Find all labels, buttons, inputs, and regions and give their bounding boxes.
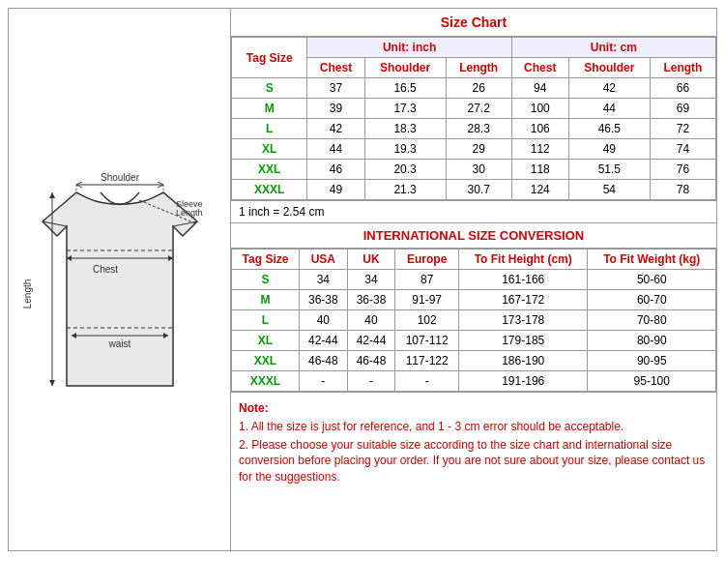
intl-value: 80-90 xyxy=(588,331,716,351)
size-inch-value: 44 xyxy=(307,139,364,160)
intl-conversion-row: M36-3836-3891-97167-17260-70 xyxy=(232,290,716,310)
waist-label: waist xyxy=(107,338,130,349)
intl-size-label: XXL xyxy=(232,351,300,371)
size-inch-value: 46 xyxy=(307,160,364,180)
size-inch-value: 16.5 xyxy=(364,78,446,99)
size-inch-value: 29 xyxy=(446,139,511,160)
size-label: XL xyxy=(232,139,307,160)
intl-value: 95-100 xyxy=(588,371,716,392)
intl-value: 42-44 xyxy=(300,331,348,351)
size-inch-value: 26 xyxy=(446,78,511,99)
col-cm-shoulder: Shoulder xyxy=(568,58,650,78)
svg-text:Length: Length xyxy=(176,208,203,218)
svg-marker-11 xyxy=(49,380,55,386)
size-label: M xyxy=(232,99,307,119)
note-section: Note: 1. All the size is just for refere… xyxy=(231,392,716,493)
intl-value: 50-60 xyxy=(588,270,716,290)
size-cm-value: 51.5 xyxy=(568,160,650,180)
size-label: S xyxy=(232,78,307,99)
intl-tag-size-header: Tag Size xyxy=(232,250,300,270)
intl-value: 60-70 xyxy=(588,290,716,310)
size-inch-value: 39 xyxy=(307,99,364,119)
size-inch-value: 17.3 xyxy=(364,99,446,119)
size-chart-row: XL4419.3291124974 xyxy=(232,139,716,160)
intl-value: 90-95 xyxy=(588,351,716,371)
size-cm-value: 69 xyxy=(650,99,715,119)
size-cm-value: 112 xyxy=(511,139,568,160)
intl-value: 179-185 xyxy=(458,331,588,351)
col-cm-chest: Chest xyxy=(511,58,568,78)
size-label: XXXL xyxy=(232,180,307,200)
size-cm-value: 94 xyxy=(511,78,568,99)
size-inch-value: 30.7 xyxy=(446,180,511,200)
intl-size-label: S xyxy=(232,270,300,290)
size-cm-value: 49 xyxy=(568,139,650,160)
tshirt-diagram: Shoulder Chest Length waist xyxy=(23,134,217,425)
unit-cm-header: Unit: cm xyxy=(511,38,715,58)
size-cm-value: 118 xyxy=(511,160,568,180)
intl-size-label: XXXL xyxy=(232,371,300,392)
size-label: L xyxy=(232,119,307,139)
intl-value: 40 xyxy=(347,310,395,331)
intl-value: 186-190 xyxy=(458,351,588,371)
intl-size-label: XL xyxy=(232,331,300,351)
intl-value: - xyxy=(395,371,459,392)
conversion-note: 1 inch = 2.54 cm xyxy=(231,200,716,223)
size-inch-value: 30 xyxy=(446,160,511,180)
chest-label: Chest xyxy=(92,264,117,275)
intl-value: - xyxy=(300,371,348,392)
size-cm-value: 100 xyxy=(511,99,568,119)
size-inch-value: 42 xyxy=(307,119,364,139)
tag-size-header: Tag Size xyxy=(232,38,307,78)
size-cm-value: 124 xyxy=(511,180,568,200)
intl-value: 46-48 xyxy=(300,351,348,371)
intl-size-label: L xyxy=(232,310,300,331)
note-line: 2. Please choose your suitable size acco… xyxy=(239,437,709,485)
table-panel: Size Chart Tag Size Unit: inch Unit: cm … xyxy=(231,9,716,550)
intl-value: 36-38 xyxy=(300,290,348,310)
intl-value: 36-38 xyxy=(347,290,395,310)
intl-value: 70-80 xyxy=(588,310,716,331)
intl-value: 34 xyxy=(347,270,395,290)
size-inch-value: 18.3 xyxy=(364,119,446,139)
size-inch-value: 27.2 xyxy=(446,99,511,119)
intl-conversion-row: XXL46-4846-48117-122186-19090-95 xyxy=(232,351,716,371)
size-inch-value: 21.3 xyxy=(364,180,446,200)
size-cm-value: 78 xyxy=(650,180,715,200)
shoulder-label: Shoulder xyxy=(100,172,139,183)
note-label: Note: xyxy=(239,401,269,415)
intl-size-label: M xyxy=(232,290,300,310)
intl-value: 87 xyxy=(395,270,459,290)
size-inch-value: 49 xyxy=(307,180,364,200)
diagram-panel: Shoulder Chest Length waist xyxy=(9,9,231,550)
size-inch-value: 19.3 xyxy=(364,139,446,160)
size-cm-value: 46.5 xyxy=(568,119,650,139)
size-cm-value: 74 xyxy=(650,139,715,160)
intl-conversion-row: L4040102173-17870-80 xyxy=(232,310,716,331)
intl-height-header: To Fit Height (cm) xyxy=(458,250,588,270)
svg-marker-10 xyxy=(49,192,55,198)
intl-value: 40 xyxy=(300,310,348,331)
intl-conversion-title: INTERNATIONAL SIZE CONVERSION xyxy=(231,223,716,249)
size-cm-value: 42 xyxy=(568,78,650,99)
size-chart-table: Tag Size Unit: inch Unit: cm Chest Shoul… xyxy=(231,37,716,200)
intl-conversion-row: XL42-4442-44107-112179-18580-90 xyxy=(232,331,716,351)
size-chart-row: M3917.327.21004469 xyxy=(232,99,716,119)
size-chart-row: XXL4620.33011851.576 xyxy=(232,160,716,180)
intl-value: 91-97 xyxy=(395,290,459,310)
intl-value: 117-122 xyxy=(395,351,459,371)
size-inch-value: 28.3 xyxy=(446,119,511,139)
col-inch-chest: Chest xyxy=(307,58,364,78)
size-label: XXL xyxy=(232,160,307,180)
note-line: 1. All the size is just for reference, a… xyxy=(239,419,709,435)
intl-europe-header: Europe xyxy=(395,250,459,270)
size-cm-value: 54 xyxy=(568,180,650,200)
intl-value: 46-48 xyxy=(347,351,395,371)
main-container: Shoulder Chest Length waist xyxy=(8,8,717,551)
intl-conversion-row: XXXL---191-19695-100 xyxy=(232,371,716,392)
intl-value: 173-178 xyxy=(458,310,588,331)
intl-value: 167-172 xyxy=(458,290,588,310)
unit-inch-header: Unit: inch xyxy=(307,38,511,58)
size-inch-value: 37 xyxy=(307,78,364,99)
size-chart-title: Size Chart xyxy=(231,9,716,37)
